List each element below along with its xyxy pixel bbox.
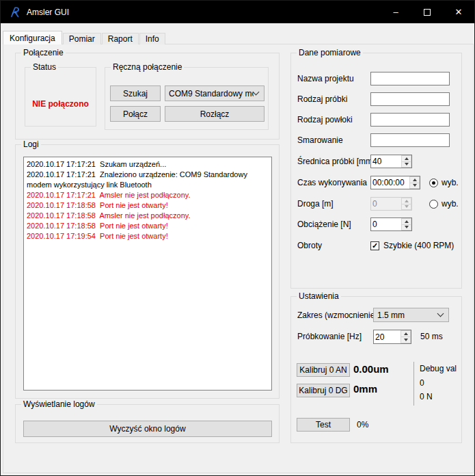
close-icon: ✕ [455,7,463,17]
group-status-title: Status [31,62,58,72]
port-combobox[interactable]: COM9 Standardowy modem [165,85,264,101]
obroty-checkbox-label: Szybkie (400 RPM) [383,241,454,250]
log-line: 2020.10.17 17:18:58 Port nie jest otwart… [27,200,269,211]
spin-down-icon[interactable] [409,183,420,189]
droga-input [371,198,401,210]
rodzaj-probki-input[interactable] [370,92,450,106]
debug-value-2: 0 N [420,390,433,404]
port-combobox-value: COM9 Standardowy modem [165,89,254,98]
rozlacz-button[interactable]: Rozłącz [165,106,264,122]
droga-label: Droga [m] [297,197,334,211]
smarowanie-input[interactable] [370,133,450,147]
tab-bar: Konfiguracja Pomiar Raport Info [3,31,166,44]
app-window: Amsler GUI – ✕ Konfiguracja Pomiar Rapor… [0,0,475,476]
droga-radio-label: wyb. [442,199,459,209]
kalibruj-an-value: 0.00um [353,362,389,377]
rodzaj-powloki-label: Rodzaj powłoki [297,113,353,127]
log-line: 2020.10.17 17:17:21 Amsler nie jest podł… [27,190,269,200]
spin-up-icon[interactable] [401,155,411,162]
czas-radio-label: wyb. [442,178,459,187]
debug-label: Debug val [420,362,457,375]
czas-spinner[interactable] [370,176,420,189]
test-value: 0% [357,418,368,432]
srednica-input[interactable] [371,155,401,168]
spin-up-icon[interactable] [401,218,411,225]
tab-raport[interactable]: Raport [102,33,139,44]
kalibruj-dg-button[interactable]: Kalibruj 0 DG [297,384,350,397]
tab-info[interactable]: Info [139,33,165,44]
obroty-checkbox[interactable]: ✓ Szybkie (400 RPM) [370,239,454,252]
zakres-label: Zakres (wzmocnienie) [297,308,377,323]
rodzaj-probki-label: Rodzaj próbki [297,92,347,106]
obciazenie-spinner[interactable] [370,217,412,231]
window-title: Amsler GUI [27,8,69,17]
zakres-combobox-value: 1.5 mm [374,310,438,320]
radio-icon [429,200,438,209]
minimize-button[interactable]: – [380,1,411,23]
group-dane-pomiarowe: Dane pomiarowe [290,53,462,289]
kalibruj-an-button[interactable]: Kalibruj 0 AN [297,363,350,377]
group-wyswietlanie-logow-title: Wyświetlanie logów [21,399,97,410]
spin-up-icon [401,198,411,204]
chevron-down-icon [253,89,260,96]
window-controls: – ✕ [380,1,474,23]
debug-divider [413,362,414,406]
spin-up-icon[interactable] [409,176,420,183]
group-polaczenie-title: Połączenie [21,48,66,58]
log-line: 2020.10.17 17:17:21 Szukam urządzeń... [27,159,269,170]
app-logo-icon [9,6,21,18]
test-button[interactable]: Test [297,418,350,432]
srednica-label: Średnica próbki [mm] [297,155,375,168]
log-box[interactable]: 2020.10.17 17:17:21 Szukam urządzeń...20… [23,157,272,391]
spin-down-icon [401,204,411,211]
probkowanie-spinner[interactable] [373,330,411,344]
zakres-combobox[interactable]: 1.5 mm [373,308,449,322]
czas-input[interactable] [371,176,409,189]
tab-pomiar[interactable]: Pomiar [63,33,101,44]
spin-down-icon[interactable] [401,225,411,231]
radio-icon [429,178,438,187]
kalibruj-dg-value: 0mm [353,382,377,397]
droga-spinner [370,197,412,211]
probkowanie-label: Próbkowanie [Hz] [297,330,362,344]
tab-konfiguracja[interactable]: Konfiguracja [3,31,62,44]
chevron-down-icon [437,310,444,317]
szukaj-button[interactable]: Szukaj [110,85,161,101]
group-reczne-polaczenie-title: Ręczną połączenie [111,62,184,72]
smarowanie-label: Smarowanie [297,133,343,147]
probkowanie-unit: 50 ms [420,330,443,344]
obroty-label: Obroty [297,239,322,252]
checkbox-icon: ✓ [370,241,379,250]
connection-status-text: NIE połączono [25,97,96,111]
log-line: 2020.10.17 17:19:54 Port nie jest otwart… [27,231,269,241]
close-button[interactable]: ✕ [443,1,474,23]
minimize-icon: – [393,7,398,17]
spin-up-icon[interactable] [401,330,411,337]
probkowanie-input[interactable] [374,330,401,343]
nazwa-projektu-input[interactable] [370,72,450,85]
check-icon: ✓ [372,241,378,250]
rodzaj-powloki-input[interactable] [370,113,450,127]
group-dane-pomiarowe-title: Dane pomiarowe [297,48,363,58]
czas-wykonywania-label: Czas wykonywania [297,176,367,189]
log-line: 2020.10.17 17:17:21 Znaleziono urządzeni… [27,170,269,190]
obciazenie-input[interactable] [371,218,401,230]
maximize-icon [424,9,431,16]
log-line: 2020.10.17 17:18:58 Amsler nie jest podł… [27,211,269,221]
obciazenie-label: Obciążenie [N] [297,217,351,231]
nazwa-projektu-label: Nazwa projektu [297,72,354,85]
maximize-button[interactable] [411,1,443,23]
polacz-button[interactable]: Połącz [110,106,161,122]
group-logi-title: Logi [21,140,41,150]
spin-down-icon[interactable] [401,337,411,343]
czas-radio[interactable]: wyb. [429,176,459,189]
title-bar: Amsler GUI – ✕ [1,1,474,23]
group-ustawienia-title: Ustawienia [297,291,341,302]
log-line: 2020.10.17 17:18:58 Port nie jest otwart… [27,221,269,231]
debug-value-1: 0 [420,376,424,390]
wyczysc-logi-button[interactable]: Wyczyść okno logów [23,421,272,437]
srednica-spinner[interactable] [370,155,412,168]
spin-down-icon[interactable] [401,162,411,168]
droga-radio[interactable]: wyb. [429,197,459,211]
